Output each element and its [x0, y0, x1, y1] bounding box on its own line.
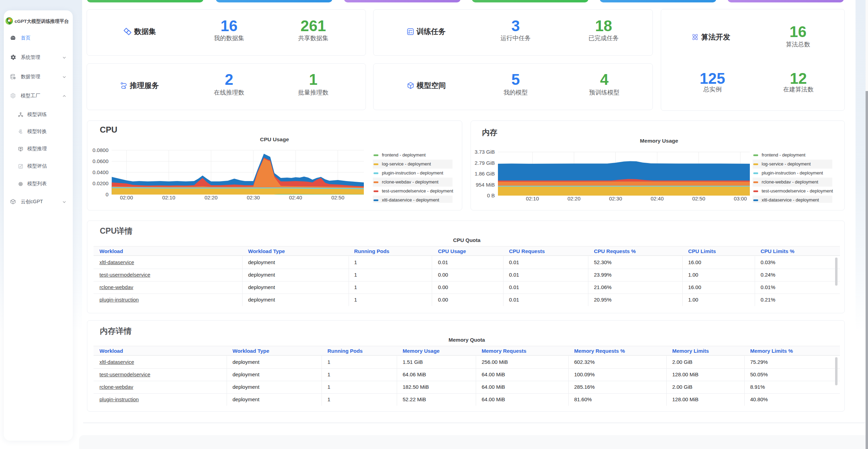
- svg-text:2.79 GiB: 2.79 GiB: [475, 160, 495, 166]
- svg-text:1.86 GiB: 1.86 GiB: [475, 171, 495, 177]
- svg-text:0.0800: 0.0800: [93, 147, 108, 153]
- svg-text:02:10: 02:10: [162, 195, 175, 200]
- svg-text:02:10: 02:10: [526, 196, 539, 201]
- svg-text:Memory Usage: Memory Usage: [640, 138, 678, 144]
- svg-text:02:20: 02:20: [568, 196, 581, 201]
- svg-text:CPU Usage: CPU Usage: [260, 136, 289, 142]
- svg-text:0.0400: 0.0400: [93, 169, 108, 175]
- svg-text:02:30: 02:30: [247, 195, 260, 200]
- svg-text:0.0200: 0.0200: [93, 180, 108, 186]
- svg-text:02:30: 02:30: [609, 196, 622, 201]
- svg-text:02:20: 02:20: [204, 195, 218, 200]
- svg-text:02:00: 02:00: [120, 195, 133, 200]
- svg-text:02:40: 02:40: [289, 195, 302, 200]
- svg-text:0.0600: 0.0600: [93, 158, 108, 164]
- svg-text:0: 0: [106, 191, 108, 197]
- svg-text:954 MiB: 954 MiB: [476, 182, 495, 188]
- svg-text:02:40: 02:40: [651, 196, 664, 201]
- svg-text:0 B: 0 B: [487, 192, 495, 198]
- svg-text:02:50: 02:50: [331, 195, 344, 200]
- svg-text:02:50: 02:50: [692, 196, 705, 201]
- svg-text:03:00: 03:00: [734, 196, 747, 201]
- svg-text:3.73 GiB: 3.73 GiB: [475, 149, 495, 155]
